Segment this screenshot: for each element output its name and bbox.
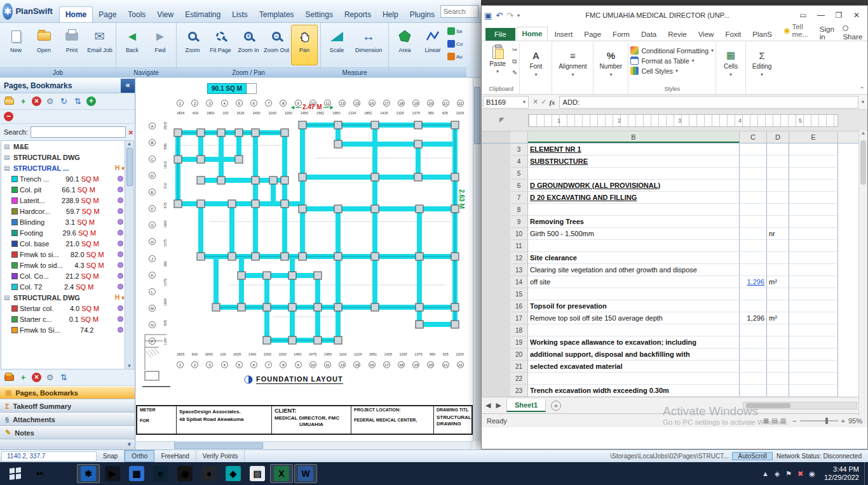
page-break-view-icon[interactable]: ▥ — [780, 417, 786, 424]
visibility-dot-icon[interactable] — [118, 305, 123, 311]
format-painter-icon[interactable]: ✎ — [512, 69, 517, 79]
cell-D[interactable] — [767, 385, 789, 397]
panel-collapse-button[interactable]: « — [121, 79, 135, 93]
takeoff-item[interactable]: ▤ M&E — [1, 141, 125, 152]
drawing-canvas[interactable]: 90.1 SQ M 123456789101113151617181920212… — [136, 78, 481, 449]
canvas-hscroll-thumb[interactable] — [174, 442, 263, 449]
cell-E[interactable] — [789, 143, 838, 156]
cell-B[interactable]: Site clearance — [528, 252, 740, 264]
cell-B[interactable] — [528, 288, 740, 300]
row-header[interactable]: 15 — [510, 288, 528, 300]
menu-tab[interactable]: Reports — [339, 7, 377, 22]
row-header[interactable]: 3 — [510, 143, 528, 156]
enter-icon[interactable]: ✓ — [541, 98, 546, 106]
cell-B[interactable]: Remove top soil off site 150 average dep… — [528, 312, 740, 324]
cells-dropdown[interactable]: ▦Cells▾ — [718, 44, 743, 83]
takeoff-item[interactable]: Footing 29.6 SQ M — [1, 227, 125, 238]
cell-E[interactable] — [789, 240, 838, 252]
zoom-percent[interactable]: 95% — [848, 417, 862, 425]
row-header[interactable]: 23 — [510, 385, 528, 397]
cell-C[interactable] — [740, 349, 767, 361]
ribbon-tab[interactable]: Revie — [663, 28, 691, 41]
clipped-button-3[interactable]: Au — [447, 50, 464, 63]
row-header[interactable]: 7 — [510, 192, 528, 204]
cut-icon[interactable]: ✂ — [512, 46, 517, 56]
cell-C[interactable] — [740, 264, 767, 276]
cell-E[interactable] — [789, 168, 838, 180]
menu-tab[interactable]: Help — [377, 7, 404, 22]
visibility-dot-icon[interactable] — [118, 316, 123, 322]
planswift-logo-icon[interactable]: ✱ — [3, 3, 13, 20]
visibility-dot-icon[interactable] — [118, 176, 123, 182]
clipped-button-2[interactable]: Co — [447, 37, 464, 50]
cell-E[interactable] — [789, 373, 838, 385]
cell-C[interactable] — [740, 324, 767, 336]
takeoff-item[interactable]: Blinding 3.1 SQ M — [1, 216, 125, 227]
row-header[interactable]: 11 — [510, 240, 528, 252]
show-desktop-button[interactable] — [864, 462, 868, 485]
menu-tab[interactable]: Home — [59, 6, 93, 22]
row-header[interactable]: 8 — [510, 204, 528, 216]
excel-vscroll-thumb[interactable] — [860, 140, 866, 185]
cell-C[interactable] — [740, 168, 767, 180]
zoom-slider[interactable] — [800, 420, 838, 422]
visibility-dot-icon[interactable] — [118, 230, 123, 236]
cell-E[interactable] — [789, 228, 838, 240]
folder-icon[interactable] — [4, 372, 15, 383]
cell-styles-button[interactable]: Cell Styles▾ — [630, 67, 714, 75]
menu-tab[interactable]: Settings — [300, 7, 339, 22]
tell-me-tab[interactable]: ◉Tell me... — [778, 20, 818, 41]
area-button[interactable]: Area — [391, 25, 418, 65]
visibility-dot-icon[interactable] — [118, 219, 123, 225]
cell-C[interactable] — [740, 216, 767, 228]
cell-C[interactable] — [740, 143, 767, 156]
cell-E[interactable] — [789, 180, 838, 192]
cell-B[interactable]: Trench excavation width exceeding 0.30m — [528, 385, 740, 397]
ribbon-tab[interactable]: Foxit — [720, 28, 746, 41]
takeoff-item[interactable]: Starter c... 0.1 SQ M — [1, 314, 125, 324]
scroll-up-icon[interactable]: ▲ — [127, 141, 132, 147]
fit-page-button[interactable]: Fit Page — [207, 25, 234, 65]
cell-B[interactable]: D GROUNDWORK (ALL PROVISIONAL) — [528, 180, 740, 192]
add-circle-icon[interactable]: + — [86, 96, 96, 106]
visibility-dot-icon[interactable] — [118, 241, 123, 246]
zoom-out-icon[interactable]: − — [792, 417, 796, 425]
row-header[interactable]: 17 — [510, 312, 528, 324]
cell-D[interactable]: nr — [767, 228, 789, 240]
cell-B[interactable] — [528, 204, 740, 216]
menu-tab[interactable]: Plugins — [404, 7, 440, 22]
cell-C[interactable] — [740, 192, 767, 204]
menu-tab[interactable]: Templates — [254, 7, 300, 22]
taskbar-app-button[interactable]: ✱ — [77, 464, 100, 483]
row-header[interactable]: 13 — [510, 264, 528, 276]
cell-B[interactable]: selected excavated material — [528, 361, 740, 373]
taskbar-app-button[interactable]: ◆ — [222, 464, 245, 483]
horizontal-scrollbar[interactable] — [743, 402, 857, 409]
cell-E[interactable] — [789, 312, 838, 324]
sheet-nav-right-icon[interactable]: ▶ — [496, 401, 501, 409]
visibility-dot-icon[interactable] — [118, 327, 123, 333]
takeoff-item[interactable]: Fmwk to Si... 74.2 — [1, 324, 125, 335]
cell-D[interactable]: m² — [767, 276, 789, 288]
cell-E[interactable] — [789, 216, 838, 228]
cell-D[interactable] — [767, 373, 789, 385]
ribbon-tab[interactable]: Page — [579, 28, 606, 41]
takeoff-item[interactable]: ▤ STRUCTURAL DWG H ♦ — [1, 292, 125, 303]
cell-D[interactable] — [767, 349, 789, 361]
taskbar-app-button[interactable]: W — [294, 464, 317, 483]
cell-C[interactable] — [740, 300, 767, 312]
verify-points-toggle[interactable]: Verify Points — [196, 450, 245, 462]
cell-D[interactable] — [767, 156, 789, 168]
canvas-vscroll-thumb[interactable] — [474, 87, 480, 144]
taskbar-app-button[interactable]: ● — [198, 464, 220, 483]
zoom-out-button[interactable]: −Zoom Out — [263, 25, 290, 65]
new-button[interactable]: New — [3, 25, 29, 65]
cell-B[interactable]: Topsoil for presevation — [528, 300, 740, 312]
ribbon-search-input[interactable] — [440, 5, 478, 18]
collapse-ribbon-icon[interactable]: ⌃ — [860, 86, 865, 93]
paste-button[interactable]: Paste▾ — [485, 44, 510, 83]
add-icon[interactable]: + — [18, 372, 29, 383]
cell-B[interactable]: D 20 EXCAVATING AND FILLING — [528, 192, 740, 204]
cell-C[interactable] — [740, 204, 767, 216]
cell-D[interactable] — [767, 300, 789, 312]
